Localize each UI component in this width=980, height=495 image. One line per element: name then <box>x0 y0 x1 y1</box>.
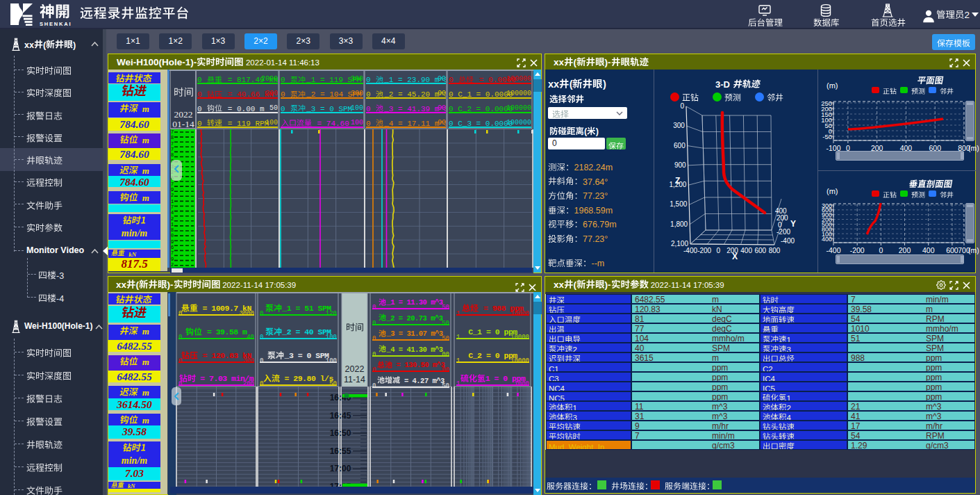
svg-text:-400: -400 <box>781 237 795 245</box>
svg-text:-200: -200 <box>850 246 865 254</box>
svg-text:7: 7 <box>171 204 174 210</box>
svg-text:-200: -200 <box>697 247 711 254</box>
svg-text:8: 8 <box>171 135 174 140</box>
svg-text:300: 300 <box>673 122 685 129</box>
svg-text:0: 0 <box>717 247 721 254</box>
svg-text:2: 2 <box>171 193 174 198</box>
svg-text:1: 1 <box>171 199 174 204</box>
svg-text:9: 9 <box>171 239 174 245</box>
svg-text:9: 9 <box>171 257 174 262</box>
svg-text:7: 7 <box>171 147 174 152</box>
svg-text:17:00: 17:00 <box>330 464 351 473</box>
svg-text:16:50: 16:50 <box>330 428 351 438</box>
svg-text:-400: -400 <box>826 246 840 254</box>
svg-text:8: 8 <box>171 227 174 233</box>
svg-text:600: 600 <box>946 246 958 254</box>
svg-text:(m): (m) <box>968 246 979 254</box>
svg-text:8: 8 <box>171 152 174 158</box>
svg-text:1: 1 <box>171 222 174 227</box>
svg-text:16:55: 16:55 <box>330 446 351 456</box>
svg-text:400: 400 <box>922 246 935 254</box>
svg-text:Z: Z <box>675 176 680 186</box>
svg-text:(m): (m) <box>968 144 979 152</box>
svg-text:16:45: 16:45 <box>330 411 351 421</box>
svg-text:200: 200 <box>899 246 911 254</box>
svg-text:7: 7 <box>171 181 174 187</box>
svg-text:4: 4 <box>171 210 174 216</box>
svg-text:-200: -200 <box>776 228 790 236</box>
svg-text:2: 2 <box>171 262 174 268</box>
svg-text:7: 7 <box>171 250 174 256</box>
svg-text:-400: -400 <box>683 247 697 254</box>
svg-text:0: 0 <box>680 102 684 110</box>
svg-text:0: 0 <box>171 233 174 238</box>
svg-text:Y: Y <box>790 219 796 229</box>
svg-text:600: 600 <box>674 142 686 149</box>
svg-text:6: 6 <box>171 245 174 250</box>
svg-text:400: 400 <box>740 247 752 254</box>
svg-text:7: 7 <box>171 141 174 147</box>
svg-text:600: 600 <box>754 247 766 254</box>
svg-text:800: 800 <box>769 247 781 254</box>
svg-text:1,500: 1,500 <box>670 200 687 208</box>
svg-text:0: 0 <box>879 246 883 254</box>
svg-text:900: 900 <box>674 161 686 169</box>
svg-text:2: 2 <box>171 216 174 222</box>
svg-text:X: X <box>732 252 738 261</box>
svg-text:1,800: 1,800 <box>670 220 688 228</box>
svg-text:9: 9 <box>171 187 174 193</box>
svg-text:7: 7 <box>171 129 174 135</box>
